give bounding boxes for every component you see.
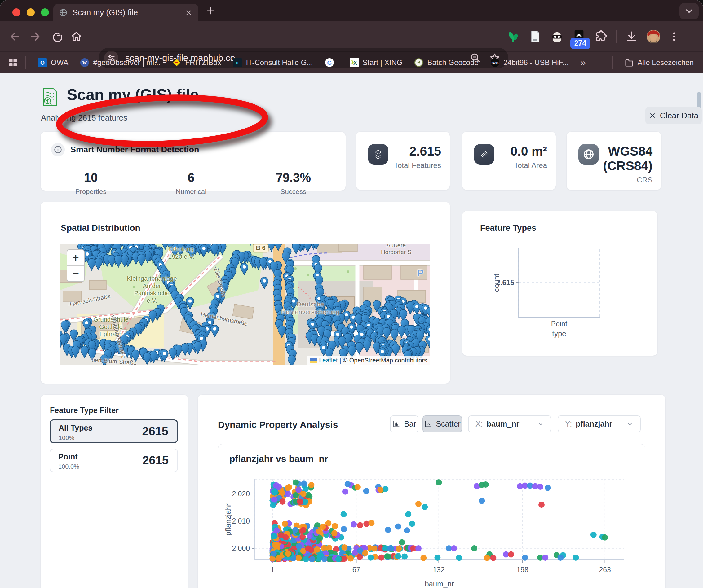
tab-close-icon[interactable]	[185, 9, 193, 17]
map-label: Äußere Hordorfer S	[379, 244, 413, 256]
number-format-card: Smart Number Format Detection 10Properti…	[40, 132, 346, 191]
detection-title: Smart Number Format Detection	[70, 145, 199, 155]
globe-icon	[578, 144, 599, 165]
home-button[interactable]	[70, 30, 82, 43]
extensions-puzzle-icon[interactable]	[594, 30, 608, 44]
total-area-card: 0.0 m² Total Area	[462, 132, 556, 190]
zoom-out-button[interactable]: −	[67, 266, 84, 281]
crs-label: CRS	[599, 176, 652, 184]
extension-badge-274[interactable]: 274	[572, 30, 586, 44]
clear-data-button[interactable]: Clear Data	[645, 107, 702, 124]
menu-kebab-icon[interactable]	[669, 30, 680, 44]
filter-item-point[interactable]: Point100.0%2615	[50, 448, 178, 472]
maximize-window-button[interactable]	[41, 8, 49, 16]
browser-tab[interactable]: Scan my (GIS) file	[53, 4, 199, 21]
owa-icon: O	[38, 58, 47, 67]
svg-text:O: O	[40, 60, 45, 66]
bookmark-label: IT-Consult Halle G...	[246, 58, 313, 67]
leaflet-link[interactable]: Leaflet	[319, 357, 337, 364]
svg-text:2.020: 2.020	[232, 490, 250, 498]
y-axis-select[interactable]: Y: pflanzjahr	[558, 415, 641, 432]
svg-text:198: 198	[517, 566, 528, 574]
filter-item-count: 2615	[142, 425, 168, 438]
total-area-value: 0.0 m²	[511, 144, 547, 159]
extension-mask-icon[interactable]	[550, 30, 564, 44]
map-zoom-control: + −	[67, 249, 85, 282]
back-button[interactable]	[9, 30, 21, 43]
forward-button[interactable]	[29, 30, 42, 43]
new-tab-button[interactable]	[205, 6, 216, 16]
ukraine-flag-icon	[310, 358, 317, 363]
bookmark-item[interactable]: W#geoObserver | mi...	[80, 58, 160, 67]
feature-types-card: Feature Types 2.615 Point type count	[462, 211, 658, 356]
svg-text:67: 67	[353, 566, 361, 574]
y-select-value: pflanzjahr	[575, 419, 612, 428]
zoom-in-button[interactable]: +	[67, 250, 84, 266]
leaflet-map[interactable]: Erholung 1920 e.V.B 6Äußere Hordorfer SK…	[60, 244, 430, 365]
24bit-icon: 24/96	[490, 58, 500, 67]
page-header: Scan my (GIS) file Analyzing 2615 featur…	[40, 86, 663, 132]
bookmark-item[interactable]: 24/9624bit96 - USB HiF...	[490, 58, 569, 67]
bookmark-item[interactable]: OOWA	[38, 58, 68, 67]
map-label: -Zille-Straße	[212, 265, 228, 298]
bookmark-item[interactable]: FRITZ!Box	[172, 58, 221, 67]
downloads-button[interactable]	[625, 30, 638, 44]
svg-text:W: W	[82, 61, 87, 65]
browser-window: Scan my (GIS) file	[0, 0, 703, 588]
page-subtitle: Analyzing 2615 features	[41, 113, 128, 123]
svg-text:263: 263	[599, 566, 611, 574]
minimize-window-button[interactable]	[27, 8, 35, 16]
detection-stat: 6Numerical	[176, 171, 207, 196]
map-label: Windthorststraße	[109, 314, 127, 359]
tab-search-button[interactable]	[680, 3, 699, 19]
bookmark-item[interactable]: G	[325, 58, 338, 67]
x-axis-select[interactable]: X: baum_nr	[468, 415, 551, 432]
bar-chart-button[interactable]: Bar	[390, 415, 418, 432]
bookmarks-overflow-chevron[interactable]: »	[580, 57, 586, 68]
globe-favicon-icon	[59, 8, 68, 17]
map-label: Erholung 1920 e.V.	[168, 246, 194, 260]
reload-button[interactable]	[50, 30, 62, 43]
gis-scan-logo-icon	[41, 88, 59, 107]
x-select-value: baum_nr	[487, 419, 520, 428]
attribution-separator: |	[339, 357, 341, 364]
analysis-title: Dynamic Property Analysis	[218, 419, 338, 430]
feature-types-chart: 2.615 Point type count	[462, 211, 657, 356]
toolbar-divider	[616, 30, 617, 43]
filter-title: Feature Type Filter	[50, 406, 119, 415]
total-features-card: 2.615 Total Features	[356, 132, 450, 190]
map-label: Hardenbergstraße	[200, 311, 248, 327]
tab-strip: Scan my (GIS) file	[0, 0, 703, 21]
browser-toolbar: scan-my-gis-file.maphub.co	[0, 21, 703, 52]
bookmark-item[interactable]: XStart | XING	[349, 58, 403, 67]
scatter-plot-panel: pflanzjahr vs baum_nr 1671321982632.0002…	[218, 444, 645, 588]
svg-text:132: 132	[433, 566, 445, 574]
detection-stat-value: 79.3%	[276, 171, 311, 185]
all-bookmarks-button[interactable]: Alle Lesezeichen	[625, 58, 694, 67]
bookmark-item[interactable]: ITIT-Consult Halle G...	[233, 58, 313, 67]
scatter-chart-button[interactable]: Scatter	[422, 415, 462, 432]
map-attribution: Leaflet | © OpenStreetMap contributors	[307, 356, 430, 365]
close-window-button[interactable]	[12, 8, 20, 16]
detection-stat: 10Properties	[75, 171, 106, 196]
extension-document-icon[interactable]	[528, 30, 542, 44]
y-select-prefix: Y:	[565, 419, 572, 428]
osm-attribution[interactable]: © OpenStreetMap contributors	[343, 357, 427, 364]
ruler-icon	[474, 144, 494, 165]
folder-icon	[625, 58, 634, 67]
profile-avatar[interactable]	[646, 30, 660, 44]
chevron-down-icon	[537, 421, 544, 427]
bar-button-label: Bar	[404, 419, 416, 428]
scatter-plot: 1671321982632.0002.0102.020baum_nrpflanz…	[218, 472, 645, 588]
detection-stat-label: Success	[276, 188, 311, 196]
extension-feedly-icon[interactable]	[506, 30, 520, 44]
bookmark-item[interactable]: Batch Geocode	[414, 58, 478, 67]
itconsult-icon: IT	[233, 58, 242, 67]
bookmark-label: FRITZ!Box	[185, 58, 221, 67]
yaxis-label: count	[492, 273, 500, 292]
apps-grid-icon[interactable]	[7, 57, 19, 68]
bookmark-label: Batch Geocode	[427, 58, 478, 67]
filter-item-all-types[interactable]: All Types100%2615	[50, 419, 178, 443]
spatial-distribution-card: Spatial Distribution	[40, 202, 450, 384]
map-label: P	[417, 267, 423, 279]
